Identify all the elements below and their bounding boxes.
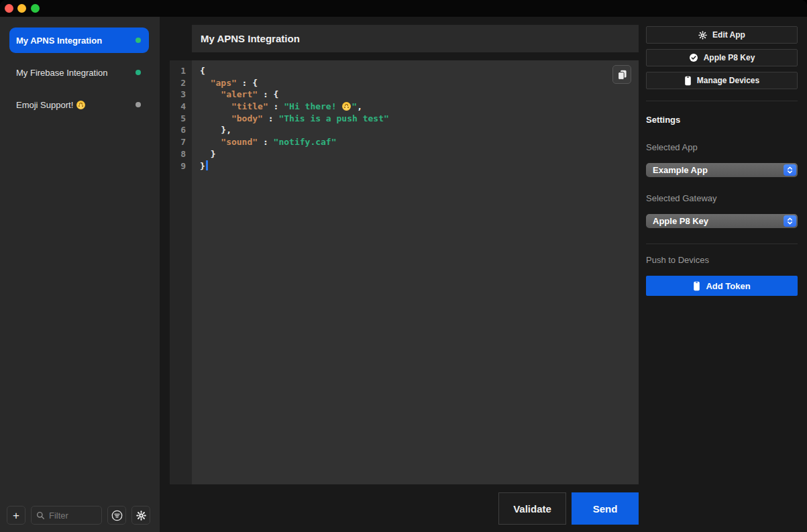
selected-gateway-value: Apple P8 Key [653,216,708,226]
seal-check-icon [689,53,698,62]
sidebar-item-label: My Firebase Integration [16,68,108,78]
close-window-button[interactable] [5,4,13,13]
app-window: My APNS Integration My Firebase Integrat… [0,0,807,532]
code-line[interactable]: }, [200,124,639,136]
line-number: 5 [170,113,186,125]
push-to-devices-label: Push to Devices [646,254,709,267]
status-dot [136,38,141,43]
code-line[interactable]: } [200,148,639,160]
titlebar [0,0,807,17]
code-line[interactable]: "aps" : { [200,77,639,89]
button-label: Manage Devices [697,76,759,85]
line-number: 1 [170,65,186,77]
line-number: 6 [170,124,186,136]
status-dot [136,70,141,75]
sidebar: My APNS Integration My Firebase Integrat… [0,17,160,532]
phone-icon [693,281,700,291]
code-line[interactable]: } [200,160,639,172]
code-line[interactable]: "alert" : { [200,89,639,101]
code-line[interactable]: "body" : "This is a push test" [200,113,639,125]
selected-app-dropdown[interactable]: Example App [646,163,798,177]
code-line[interactable]: { [200,65,639,77]
divider [646,101,798,101]
text-cursor [206,160,208,170]
sidebar-item-label: Emoji Support! [16,100,86,110]
filter-field-wrap [31,506,102,525]
button-label: Add Token [706,281,750,291]
settings-button[interactable] [131,506,150,525]
add-token-button[interactable]: Add Token [646,276,798,296]
code-line[interactable]: "sound" : "notify.caf" [200,136,639,148]
line-number: 9 [170,160,186,172]
code-area[interactable]: { "aps" : { "alert" : { "title" : "Hi th… [192,60,639,484]
zoom-window-button[interactable] [31,4,40,13]
filter-options-button[interactable] [107,506,126,525]
apple-p8-key-button[interactable]: Apple P8 Key [646,49,798,66]
validate-button[interactable]: Validate [498,492,566,525]
gear-icon [698,31,707,40]
sidebar-item-apns-integration[interactable]: My APNS Integration [9,28,149,53]
copy-payload-button[interactable] [612,65,631,84]
line-number: 2 [170,77,186,89]
filter-circle-icon [111,510,123,521]
dropdown-chevrons-icon [784,215,796,227]
send-button[interactable]: Send [572,492,639,525]
sidebar-item-label: My APNS Integration [16,36,102,46]
button-label: Edit App [712,30,745,40]
main-area: My APNS Integration 123456789 { "aps" : … [160,17,639,532]
selected-gateway-label: Selected Gateway [646,192,717,205]
dropdown-chevrons-icon [784,164,796,176]
add-integration-button[interactable]: + [7,506,25,525]
sidebar-item-emoji-support[interactable]: Emoji Support! [9,93,149,116]
minimize-window-button[interactable] [17,4,26,13]
payload-editor[interactable]: 123456789 { "aps" : { "alert" : { "title… [170,60,639,484]
selected-app-label: Selected App [646,141,698,154]
gear-icon [136,511,146,521]
line-number: 4 [170,101,186,113]
code-line[interactable]: "title" : "Hi there! ", [200,101,639,113]
upside-down-face-emoji [342,102,351,111]
editor-header: My APNS Integration [192,25,639,52]
settings-heading: Settings [646,113,680,127]
button-label: Apple P8 Key [704,53,755,62]
line-number: 3 [170,89,186,101]
edit-app-button[interactable]: Edit App [646,26,798,44]
copy-icon [616,69,628,81]
phone-icon [684,76,692,86]
filter-input[interactable] [31,506,102,525]
manage-devices-button[interactable]: Manage Devices [646,72,798,89]
divider [646,244,798,244]
selected-app-value: Example App [653,165,708,175]
line-number: 8 [170,148,186,160]
status-dot [136,102,141,107]
page-title: My APNS Integration [201,33,300,44]
line-number: 7 [170,136,186,148]
sidebar-item-firebase-integration[interactable]: My Firebase Integration [9,61,149,84]
upside-down-face-emoji [76,101,85,109]
sidebar-footer: + [7,506,150,525]
selected-gateway-dropdown[interactable]: Apple P8 Key [646,214,798,228]
line-number-gutter: 123456789 [170,60,192,484]
settings-panel: Edit App Apple P8 Key Manage Devices Set… [639,17,807,532]
